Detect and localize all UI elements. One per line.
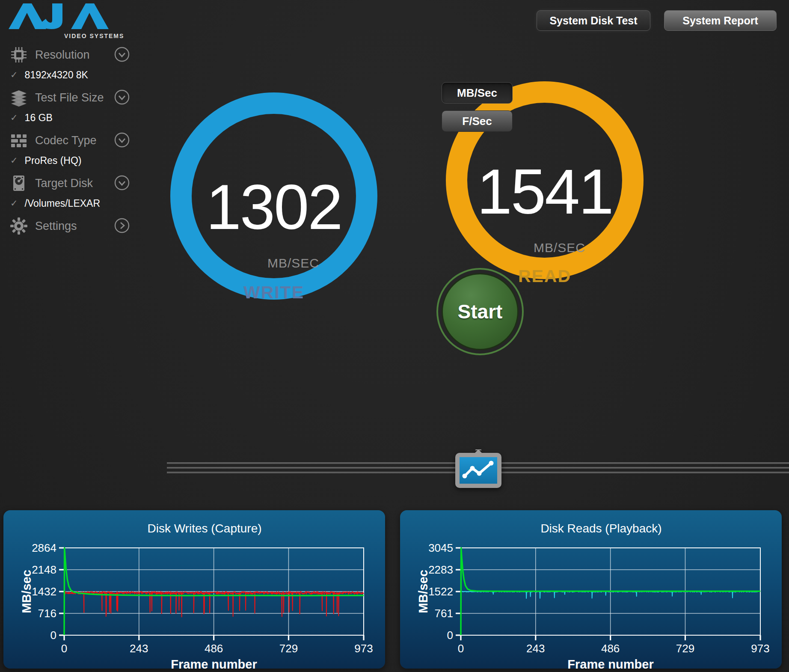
x-tick-label: 486 (601, 642, 620, 655)
chart-title: Disk Writes (Capture) (147, 522, 261, 535)
disk-reads-chart: 07611522228330450243486729973Disk Reads … (400, 510, 782, 669)
chart-ylabel: MB/sec (416, 570, 430, 613)
y-tick-label: 3045 (428, 541, 453, 554)
sidebar-item-settings[interactable]: Settings (9, 216, 77, 236)
sidebar-item-label: Test File Size (35, 91, 104, 104)
chart-grid: 07611522228330450243486729973 (428, 541, 770, 655)
test-file-size-value-row[interactable]: ✓ 16 GB (10, 110, 53, 125)
x-tick-label: 729 (676, 642, 694, 655)
y-tick-label: 716 (38, 607, 56, 620)
resolution-value: 8192x4320 8K (25, 69, 88, 81)
y-tick-label: 1432 (32, 585, 56, 598)
sidebar-item-codec-type[interactable]: Codec Type (9, 131, 97, 150)
chevron-down-icon[interactable] (114, 175, 130, 191)
codec-type-value-row[interactable]: ✓ ProRes (HQ) (10, 153, 82, 168)
sidebar-item-target-disk[interactable]: Target Disk (9, 173, 93, 193)
target-disk-value-row[interactable]: ✓ /Volumes/LEXAR (10, 196, 100, 211)
y-tick-label: 2283 (428, 563, 453, 576)
y-tick-label: 0 (447, 629, 453, 642)
fsec-toggle-button[interactable]: F/Sec (442, 110, 513, 132)
chart-toggle-icon[interactable] (454, 449, 503, 490)
resolution-value-row[interactable]: ✓ 8192x4320 8K (10, 67, 88, 83)
read-gauge-value: 1541 (467, 158, 622, 226)
codec-type-value: ProRes (HQ) (25, 155, 82, 167)
y-tick-label: 1522 (428, 585, 453, 598)
test-file-size-value: 16 GB (25, 112, 53, 124)
sidebar-item-label: Target Disk (35, 177, 93, 190)
y-tick-label: 2148 (32, 563, 56, 576)
sidebar-item-label: Settings (35, 220, 77, 233)
write-gauge-label: WRITE (192, 282, 356, 303)
cpu-icon (9, 45, 28, 64)
x-tick-label: 0 (458, 642, 464, 655)
chevron-down-icon[interactable] (114, 132, 130, 148)
check-icon: ✓ (10, 198, 18, 208)
sidebar-item-test-file-size[interactable]: Test File Size (9, 88, 104, 107)
y-tick-label: 0 (50, 629, 56, 642)
system-report-button[interactable]: System Report (664, 10, 777, 31)
x-tick-label: 243 (526, 642, 545, 655)
x-tick-label: 0 (61, 642, 67, 655)
x-tick-label: 486 (205, 642, 223, 655)
start-button-ring: Start (436, 268, 524, 355)
write-gauge: 1302 MB/SEC WRITE (170, 92, 377, 300)
disk-icon (9, 174, 28, 193)
read-gauge-unit: MB/SEC (534, 241, 585, 255)
y-tick-label: 2864 (32, 541, 56, 554)
x-tick-label: 973 (354, 642, 373, 655)
layers-icon (9, 88, 28, 107)
chart-xlabel: Frame number (567, 657, 653, 669)
start-button[interactable]: Start (442, 273, 519, 350)
gear-icon (9, 217, 28, 235)
disk-writes-chart: 07161432214828640243486729973Disk Writes… (3, 510, 385, 669)
mbsec-toggle-button[interactable]: MB/Sec (442, 82, 513, 104)
aja-logo (8, 3, 112, 30)
write-gauge-unit: MB/SEC (267, 256, 319, 271)
chevron-down-icon[interactable] (114, 46, 130, 62)
chart-xlabel: Frame number (171, 657, 257, 669)
x-tick-label: 973 (751, 642, 769, 655)
check-icon: ✓ (10, 113, 18, 123)
sidebar-item-label: Resolution (35, 48, 90, 62)
chart-title: Disk Reads (Playback) (540, 522, 661, 535)
chevron-down-icon[interactable] (114, 89, 130, 105)
check-icon: ✓ (10, 155, 18, 166)
sidebar-item-resolution[interactable]: Resolution (9, 45, 90, 65)
chart-ylabel: MB/sec (20, 570, 33, 613)
y-tick-label: 761 (435, 607, 453, 620)
write-gauge-value: 1302 (192, 173, 356, 241)
system-disk-test-button[interactable]: System Disk Test (537, 10, 650, 31)
codec-grid-icon (9, 131, 28, 150)
x-tick-label: 729 (279, 642, 298, 655)
disk-writes-panel: 07161432214828640243486729973Disk Writes… (3, 510, 385, 669)
chevron-right-icon[interactable] (114, 217, 130, 234)
check-icon: ✓ (10, 70, 18, 80)
x-tick-label: 243 (130, 642, 148, 655)
sidebar-item-label: Codec Type (35, 134, 97, 147)
target-disk-value: /Volumes/LEXAR (25, 198, 100, 209)
disk-reads-panel: 07611522228330450243486729973Disk Reads … (400, 510, 782, 669)
logo-tagline: VIDEO SYSTEMS (64, 33, 124, 39)
